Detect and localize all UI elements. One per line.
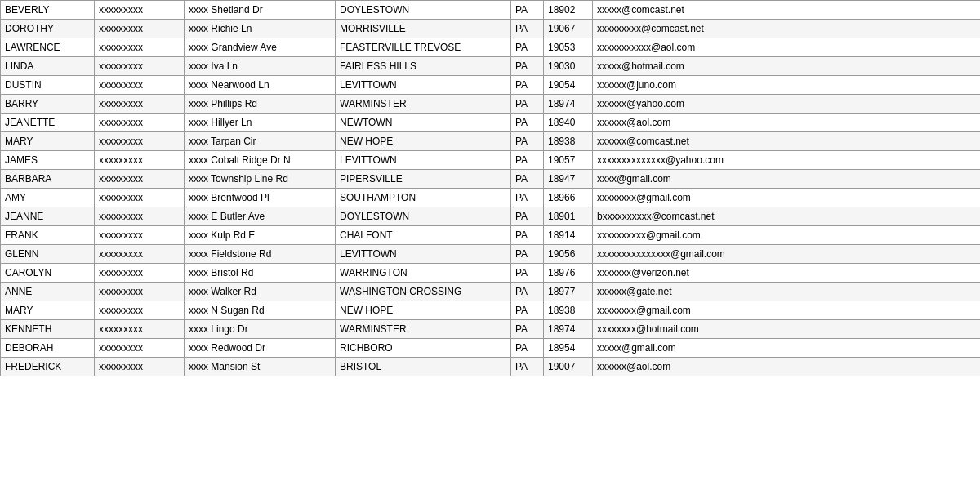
cell-first: CAROLYN xyxy=(1,264,95,283)
cell-state: PA xyxy=(511,358,544,376)
cell-first: BEVERLY xyxy=(1,1,95,20)
cell-email: xxxxxxx@verizon.net xyxy=(593,264,981,283)
cell-zip: 18954 xyxy=(544,339,593,358)
cell-state: PA xyxy=(511,264,544,283)
cell-email: xxxxxxxxxxxxxxx@gmail.com xyxy=(593,245,981,264)
cell-city: WASHINGTON CROSSING xyxy=(336,283,511,301)
table-row: JEANETTExxxxxxxxxxxxx Hillyer LnNEWTOWNP… xyxy=(1,114,981,132)
data-table: BEVERLYxxxxxxxxxxxxx Shetland DrDOYLESTO… xyxy=(0,0,980,376)
cell-state: PA xyxy=(511,151,544,170)
cell-first: DUSTIN xyxy=(1,76,95,95)
cell-last: xxxxxxxxx xyxy=(95,1,185,20)
cell-addr: xxxx Brentwood Pl xyxy=(185,189,336,207)
cell-zip: 19067 xyxy=(544,20,593,38)
cell-city: NEWTOWN xyxy=(336,114,511,132)
cell-city: LEVITTOWN xyxy=(336,76,511,95)
cell-zip: 18940 xyxy=(544,114,593,132)
cell-state: PA xyxy=(511,339,544,358)
cell-addr: xxxx Mansion St xyxy=(185,358,336,376)
cell-email: xxxxx@hotmail.com xyxy=(593,57,981,76)
cell-state: PA xyxy=(511,226,544,245)
cell-city: CHALFONT xyxy=(336,226,511,245)
cell-email: xxxxxxxxxxx@aol.com xyxy=(593,38,981,57)
table-row: DUSTINxxxxxxxxxxxxx Nearwood LnLEVITTOWN… xyxy=(1,76,981,95)
table-row: BARBARAxxxxxxxxxxxxx Township Line RdPIP… xyxy=(1,170,981,189)
cell-city: SOUTHAMPTON xyxy=(336,189,511,207)
cell-last: xxxxxxxxx xyxy=(95,76,185,95)
cell-city: WARRINGTON xyxy=(336,264,511,283)
table-row: FRANKxxxxxxxxxxxxx Kulp Rd ECHALFONTPA18… xyxy=(1,226,981,245)
cell-city: PIPERSVILLE xyxy=(336,170,511,189)
cell-zip: 18966 xyxy=(544,189,593,207)
cell-addr: xxxx Fieldstone Rd xyxy=(185,245,336,264)
cell-first: FRANK xyxy=(1,226,95,245)
cell-first: AMY xyxy=(1,189,95,207)
table-row: BEVERLYxxxxxxxxxxxxx Shetland DrDOYLESTO… xyxy=(1,1,981,20)
cell-state: PA xyxy=(511,207,544,226)
table-row: AMYxxxxxxxxxxxxx Brentwood PlSOUTHAMPTON… xyxy=(1,189,981,207)
table-row: GLENNxxxxxxxxxxxxx Fieldstone RdLEVITTOW… xyxy=(1,245,981,264)
cell-first: JAMES xyxy=(1,151,95,170)
table-row: FREDERICKxxxxxxxxxxxxx Mansion StBRISTOL… xyxy=(1,358,981,376)
cell-state: PA xyxy=(511,283,544,301)
cell-addr: xxxx Grandview Ave xyxy=(185,38,336,57)
cell-last: xxxxxxxxx xyxy=(95,170,185,189)
cell-addr: xxxx Bristol Rd xyxy=(185,264,336,283)
cell-zip: 18938 xyxy=(544,301,593,320)
table-row: LINDAxxxxxxxxxxxxx Iva LnFAIRLESS HILLSP… xyxy=(1,57,981,76)
cell-email: xxxxxxxx@gmail.com xyxy=(593,189,981,207)
cell-zip: 18938 xyxy=(544,132,593,151)
table-row: BARRYxxxxxxxxxxxxx Phillips RdWARMINSTER… xyxy=(1,95,981,114)
cell-first: JEANNE xyxy=(1,207,95,226)
table-row: KENNETHxxxxxxxxxxxxx Lingo DrWARMINSTERP… xyxy=(1,320,981,339)
cell-state: PA xyxy=(511,170,544,189)
cell-first: LINDA xyxy=(1,57,95,76)
cell-addr: xxxx Phillips Rd xyxy=(185,95,336,114)
cell-addr: xxxx Hillyer Ln xyxy=(185,114,336,132)
cell-city: WARMINSTER xyxy=(336,95,511,114)
cell-state: PA xyxy=(511,1,544,20)
table-row: MARYxxxxxxxxxxxxx Tarpan CirNEW HOPEPA18… xyxy=(1,132,981,151)
cell-last: xxxxxxxxx xyxy=(95,20,185,38)
cell-addr: xxxx N Sugan Rd xyxy=(185,301,336,320)
table-row: MARYxxxxxxxxxxxxx N Sugan RdNEW HOPEPA18… xyxy=(1,301,981,320)
cell-zip: 19057 xyxy=(544,151,593,170)
cell-addr: xxxx Township Line Rd xyxy=(185,170,336,189)
cell-last: xxxxxxxxx xyxy=(95,95,185,114)
cell-email: xxxxxx@juno.com xyxy=(593,76,981,95)
cell-state: PA xyxy=(511,301,544,320)
cell-zip: 18976 xyxy=(544,264,593,283)
cell-addr: xxxx Walker Rd xyxy=(185,283,336,301)
cell-addr: xxxx Redwood Dr xyxy=(185,339,336,358)
cell-addr: xxxx Cobalt Ridge Dr N xyxy=(185,151,336,170)
cell-city: DOYLESTOWN xyxy=(336,1,511,20)
cell-city: NEW HOPE xyxy=(336,132,511,151)
cell-last: xxxxxxxxx xyxy=(95,301,185,320)
cell-email: xxxxxx@gate.net xyxy=(593,283,981,301)
cell-zip: 19030 xyxy=(544,57,593,76)
cell-zip: 18914 xyxy=(544,226,593,245)
cell-state: PA xyxy=(511,20,544,38)
cell-zip: 18947 xyxy=(544,170,593,189)
cell-state: PA xyxy=(511,132,544,151)
cell-first: MARY xyxy=(1,132,95,151)
cell-city: FAIRLESS HILLS xyxy=(336,57,511,76)
cell-addr: xxxx Richie Ln xyxy=(185,20,336,38)
cell-city: BRISTOL xyxy=(336,358,511,376)
cell-city: LEVITTOWN xyxy=(336,245,511,264)
cell-email: xxxxxxxx@hotmail.com xyxy=(593,320,981,339)
cell-first: KENNETH xyxy=(1,320,95,339)
cell-email: xxxxxxxxxxxxxx@yahoo.com xyxy=(593,151,981,170)
cell-last: xxxxxxxxx xyxy=(95,151,185,170)
cell-zip: 19053 xyxy=(544,38,593,57)
cell-state: PA xyxy=(511,38,544,57)
cell-last: xxxxxxxxx xyxy=(95,132,185,151)
cell-email: xxxxxxxxx@comcast.net xyxy=(593,20,981,38)
cell-last: xxxxxxxxx xyxy=(95,339,185,358)
cell-addr: xxxx Tarpan Cir xyxy=(185,132,336,151)
table-row: DOROTHYxxxxxxxxxxxxx Richie LnMORRISVILL… xyxy=(1,20,981,38)
cell-email: xxxxxx@aol.com xyxy=(593,358,981,376)
cell-city: MORRISVILLE xyxy=(336,20,511,38)
cell-email: xxxxxx@aol.com xyxy=(593,114,981,132)
cell-addr: xxxx Kulp Rd E xyxy=(185,226,336,245)
